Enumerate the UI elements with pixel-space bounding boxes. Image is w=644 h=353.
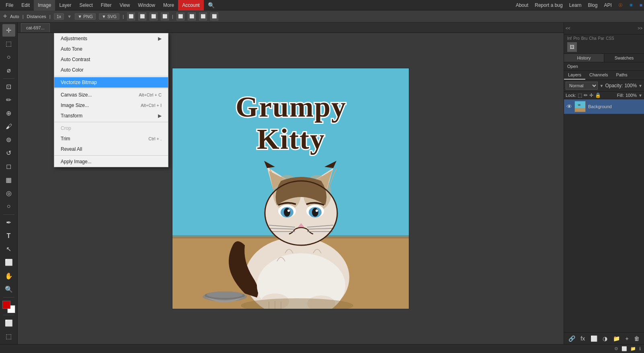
hand-tool[interactable]: ✋ <box>2 269 15 282</box>
status-settings-icon[interactable]: ⚙ <box>614 346 618 351</box>
info-label-cha[interactable]: Cha <box>589 36 596 41</box>
menu-api[interactable]: API <box>604 2 611 8</box>
history-swatches-tabs: History Swatches <box>564 54 644 62</box>
color-swatches[interactable] <box>2 301 15 313</box>
stamp-tool[interactable]: ⊚ <box>2 133 15 146</box>
dropdown-trim[interactable]: Trim Ctrl + . <box>54 133 168 144</box>
foreground-color-swatch[interactable] <box>2 301 10 309</box>
add-mask-button[interactable]: ⬜ <box>591 335 597 342</box>
panel-collapse-left-icon[interactable]: << <box>566 26 570 31</box>
layer-visibility-icon[interactable]: 👁 <box>566 103 572 110</box>
eraser-tool[interactable]: ◻ <box>2 160 15 172</box>
healing-tool[interactable]: ⊕ <box>2 107 15 119</box>
dropdown-reveal-all[interactable]: Reveal All <box>54 144 168 154</box>
dropdown-adjustments[interactable]: Adjustments ▶ <box>54 33 168 44</box>
add-style-button[interactable]: fx <box>580 335 585 342</box>
fill-value[interactable]: 100% <box>626 93 637 98</box>
status-screen-icon[interactable]: ⬜ <box>621 346 627 351</box>
tab-swatches[interactable]: Swatches <box>604 54 644 62</box>
screen-mode-tool[interactable]: ⬚ <box>2 330 15 343</box>
blur-tool[interactable]: ◎ <box>2 187 15 199</box>
menu-search-icon[interactable]: 🔍 <box>204 0 219 10</box>
menu-view[interactable]: View <box>115 0 134 10</box>
text-tool[interactable]: T <box>2 230 15 242</box>
status-folder-icon[interactable]: 📁 <box>630 346 636 351</box>
selection-tool[interactable]: ⬚ <box>2 37 15 50</box>
move-tool[interactable]: ✛ <box>2 24 15 37</box>
menu-more[interactable]: More <box>159 0 178 10</box>
dropdown-auto-color[interactable]: Auto Color <box>54 65 168 75</box>
dropdown-auto-contrast[interactable]: Auto Contrast <box>54 54 168 65</box>
lasso-tool[interactable]: ○ <box>2 51 15 63</box>
menu-edit[interactable]: Edit <box>17 0 34 10</box>
align-right-icon[interactable]: ⬜ <box>150 12 158 21</box>
png-export-button[interactable]: ▼ PNG <box>75 13 96 20</box>
dropdown-vectorize-bitmap[interactable]: Vectorize Bitmap <box>54 77 168 88</box>
blend-mode-select[interactable]: Normal <box>566 82 598 90</box>
canvas-options-icon[interactable]: ⬜ <box>176 12 185 21</box>
info-labels-row: Inf Pro Bru Cha Par CSS <box>567 36 641 41</box>
panel-collapse-right-icon[interactable]: >> <box>638 26 642 31</box>
menu-blog[interactable]: Blog <box>588 2 597 8</box>
menu-layer[interactable]: Layer <box>55 0 75 10</box>
delete-layer-button[interactable]: 🗑 <box>634 335 640 342</box>
zoom-select[interactable]: 1x <box>54 13 64 20</box>
quick-mask-tool[interactable]: ⬜ <box>2 317 15 329</box>
info-label-pro[interactable]: Pro <box>573 36 580 41</box>
history-brush-tool[interactable]: ↺ <box>2 147 15 159</box>
lock-position-icon[interactable]: ✛ <box>589 92 593 98</box>
dropdown-image-size[interactable]: Image Size... Alt+Ctrl + I <box>54 100 168 111</box>
menu-filter[interactable]: Filter <box>97 0 116 10</box>
distribute-icon[interactable]: ⬜ <box>161 12 169 21</box>
crop-tool[interactable]: ⊡ <box>2 80 15 93</box>
new-adjustment-button[interactable]: ◑ <box>603 335 607 342</box>
align-left-icon[interactable]: ⬜ <box>127 12 135 21</box>
info-label-inf[interactable]: Inf <box>567 36 572 41</box>
dropdown-canvas-size[interactable]: Canvas Size... Alt+Ctrl + C <box>54 90 168 100</box>
menu-learn[interactable]: Learn <box>569 2 582 8</box>
menu-select[interactable]: Select <box>75 0 96 10</box>
menu-report-bug[interactable]: Report a bug <box>535 2 562 8</box>
canvas-resize-icon[interactable]: ⬜ <box>188 12 196 21</box>
info-label-par[interactable]: Par <box>598 36 605 41</box>
dropdown-transform[interactable]: Transform ▶ <box>54 111 168 121</box>
link-layers-button[interactable]: 🔗 <box>568 335 575 342</box>
tab-history[interactable]: History <box>564 54 604 62</box>
lock-pixels-icon[interactable]: ✏ <box>584 92 588 98</box>
opacity-value[interactable]: 100% <box>624 83 637 88</box>
zoom-tool[interactable]: 🔍 <box>2 283 15 296</box>
dropdown-apply-image[interactable]: Apply Image... <box>54 156 168 167</box>
lock-all-icon[interactable]: 🔒 <box>595 92 601 98</box>
shape-tool[interactable]: ⬜ <box>2 256 15 269</box>
lock-transparency-icon[interactable]: ⬚ <box>578 92 582 98</box>
new-group-button[interactable]: 📁 <box>613 335 620 342</box>
info-label-bru[interactable]: Bru <box>581 36 588 41</box>
tab-channels[interactable]: Channels <box>585 71 612 80</box>
dropdown-auto-tone[interactable]: Auto Tone <box>54 44 168 54</box>
path-select-tool[interactable]: ↖ <box>2 243 15 255</box>
svg-export-button[interactable]: ▼ SVG <box>99 13 119 20</box>
align-center-icon[interactable]: ⬜ <box>138 12 146 21</box>
menu-image[interactable]: Image <box>34 0 55 10</box>
brush-tool[interactable]: 🖌 <box>2 120 15 133</box>
status-info-icon[interactable]: ℹ <box>639 346 641 351</box>
menu-file[interactable]: File <box>2 0 17 10</box>
canvas-transform-icon[interactable]: ⬜ <box>210 12 218 21</box>
wand-tool[interactable]: ⌀ <box>2 64 15 76</box>
image-info-icon[interactable]: 🖼 <box>567 42 577 52</box>
info-label-css[interactable]: CSS <box>606 36 614 41</box>
image-canvas[interactable]: Grumpy Kitty Grumpy Kitty Grumpy Kitty <box>172 68 409 309</box>
new-layer-button[interactable]: + <box>625 335 628 342</box>
eyedropper-tool[interactable]: ✏ <box>2 94 15 106</box>
gradient-tool[interactable]: ▦ <box>2 174 15 186</box>
canvas-rotate-icon[interactable]: ⬜ <box>199 12 207 21</box>
layer-item-background[interactable]: 👁 GK Background <box>564 99 644 114</box>
tab-layers[interactable]: Layers <box>564 71 585 80</box>
tab-paths[interactable]: Paths <box>612 71 632 80</box>
canvas-tab[interactable]: cat-697... <box>21 23 50 32</box>
menu-window[interactable]: Window <box>134 0 159 10</box>
menu-account[interactable]: Account <box>178 0 203 10</box>
dodge-tool[interactable]: ○ <box>2 200 15 213</box>
menu-about[interactable]: About <box>516 2 528 8</box>
pen-tool[interactable]: ✒ <box>2 216 15 229</box>
